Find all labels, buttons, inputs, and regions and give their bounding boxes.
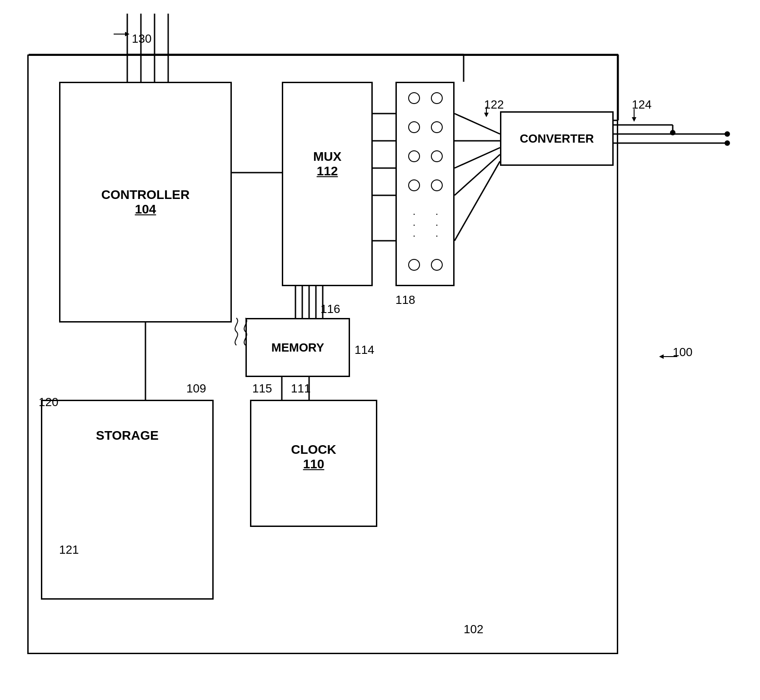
controller-box: CONTROLLER 104 [59,82,232,323]
channel-circle-3 [408,150,420,162]
ref-111: 111 [291,382,310,396]
ref-121: 121 [59,543,79,557]
channel-circle-r5 [431,259,443,271]
ref-124: 124 [632,98,651,112]
memory-box: MEMORY [245,318,350,377]
channel-circle-r2 [431,121,443,133]
channel-circle-r1 [431,92,443,104]
ref-102: 102 [464,622,483,636]
storage-label: STORAGE [96,428,159,443]
mux-label: MUX 112 [313,149,341,179]
controller-label: CONTROLLER 104 [101,188,190,217]
ref-122: 122 [484,98,504,112]
channel-circle-r4 [431,179,443,191]
channel-circle-1 [408,92,420,104]
channel-box: ··· ··· [395,82,455,286]
mux-box: MUX 112 [282,82,373,286]
memory-label: MEMORY [271,341,324,355]
ref-109: 109 [186,382,206,396]
channel-dots-col1: ··· [408,209,420,242]
svg-point-27 [725,131,730,137]
diagram-container: { "diagram": { "title": "System Architec… [0,0,760,700]
ref-114: 114 [355,343,374,357]
svg-point-29 [725,140,730,146]
channel-circle-r3 [431,150,443,162]
svg-marker-31 [632,117,636,122]
converter-label: CONVERTER [520,132,594,146]
ref-130: 130 [132,32,151,46]
svg-point-25 [670,130,675,135]
svg-marker-5 [125,32,130,36]
ref-118: 118 [395,293,415,307]
ref-116: 116 [320,302,340,316]
clock-label: CLOCK 110 [291,442,336,472]
ref-120: 120 [39,395,58,409]
channel-circle-2 [408,121,420,133]
storage-box: STORAGE CONFIGURATIONDATABASE [41,400,214,600]
ref-115: 115 [252,382,272,396]
channel-circle-4 [408,179,420,191]
ref-100: 100 [673,345,692,359]
channel-circle-5 [408,259,420,271]
clock-box: CLOCK 110 [250,400,377,527]
svg-marker-42 [659,354,664,359]
channel-dots-col2: ··· [431,209,443,242]
converter-box: CONVERTER [500,111,614,166]
